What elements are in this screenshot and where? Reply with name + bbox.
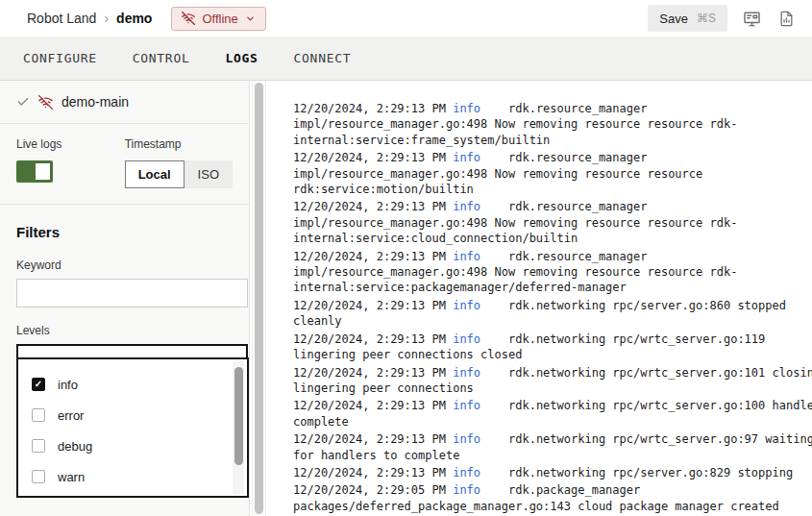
timestamp-label: Timestamp <box>125 137 233 151</box>
tab-control[interactable]: CONTROL <box>133 51 190 65</box>
dropdown-scrollbar-thumb[interactable] <box>234 367 243 465</box>
log-entry: 12/20/2024, 2:29:13 PM info rdk.resource… <box>293 199 812 246</box>
log-list: 12/20/2024, 2:29:13 PM info rdk.resource… <box>293 101 812 516</box>
live-logs-toggle[interactable] <box>16 160 53 183</box>
filters-section: Filters Keyword Levels <box>0 205 248 373</box>
machine-status-dropdown[interactable]: Offline <box>171 7 265 31</box>
filters-title: Filters <box>16 224 248 240</box>
log-scrollbar-thumb[interactable] <box>255 83 263 514</box>
log-entry: 12/20/2024, 2:29:13 PM info rdk.networki… <box>293 365 812 397</box>
log-entry: 12/20/2024, 2:29:13 PM info rdk.resource… <box>293 101 812 148</box>
checkbox-warn[interactable] <box>32 470 45 483</box>
live-logs-label: Live logs <box>16 137 125 151</box>
check-icon <box>16 95 30 109</box>
level-option[interactable]: info <box>32 369 247 400</box>
keyword-label: Keyword <box>16 258 248 272</box>
machine-monitor-button[interactable] <box>741 8 763 30</box>
chevron-down-icon <box>245 13 256 24</box>
save-label: Save <box>659 12 688 26</box>
tab-bar: CONFIGURE CONTROL LOGS CONNECT <box>0 37 812 81</box>
wifi-off-icon <box>38 95 53 110</box>
checkbox-error[interactable] <box>32 408 45 422</box>
logs-page: demo-main Live logs Timestamp Local ISO … <box>0 81 812 516</box>
log-controls: Live logs Timestamp Local ISO <box>0 124 249 205</box>
checkbox-info[interactable] <box>32 378 45 391</box>
machine-part-row[interactable]: demo-main <box>0 81 249 124</box>
save-shortcut: ⌘S <box>697 12 716 25</box>
logs-sidebar: demo-main Live logs Timestamp Local ISO … <box>0 81 250 516</box>
log-entry: 12/20/2024, 2:29:13 PM info rdk.networki… <box>293 431 812 463</box>
log-scrollbar-track[interactable] <box>252 81 266 516</box>
breadcrumb: Robot Land › demo <box>27 11 152 26</box>
timestamp-format-switch: Local ISO <box>125 160 233 188</box>
level-option[interactable]: error <box>32 400 247 430</box>
keyword-input[interactable] <box>16 279 248 307</box>
log-entry: 12/20/2024, 2:29:13 PM info rdk.networki… <box>293 465 812 480</box>
checkbox-debug[interactable] <box>32 439 45 453</box>
tab-logs[interactable]: LOGS <box>225 51 258 65</box>
levels-dropdown-panel: info error debug warn <box>16 357 249 498</box>
top-bar: Robot Land › demo Offline Save ⌘S <box>0 0 812 37</box>
log-entry: 12/20/2024, 2:29:13 PM info rdk.networki… <box>293 332 812 363</box>
file-chart-icon <box>778 10 795 28</box>
timestamp-iso-button[interactable]: ISO <box>185 160 233 188</box>
wifi-off-icon <box>182 12 195 25</box>
monitor-icon <box>743 10 761 28</box>
part-name: demo-main <box>62 94 129 110</box>
log-entry: 12/20/2024, 2:29:13 PM info rdk.networki… <box>293 298 812 330</box>
toggle-knob <box>36 163 50 180</box>
breadcrumb-separator: › <box>104 11 109 26</box>
log-entry: 12/20/2024, 2:29:13 PM info rdk.resource… <box>293 249 812 296</box>
timestamp-local-button[interactable]: Local <box>125 160 185 188</box>
levels-label: Levels <box>16 324 248 337</box>
level-option[interactable]: debug <box>32 430 247 461</box>
level-option-partial <box>32 492 247 498</box>
log-entry: 12/20/2024, 2:29:13 PM info rdk.networki… <box>293 398 812 430</box>
level-option-label: warn <box>58 470 85 484</box>
level-option[interactable]: warn <box>32 461 247 492</box>
log-entry: 12/20/2024, 2:29:05 PM info rdk.package_… <box>293 482 812 516</box>
log-entry: 12/20/2024, 2:29:13 PM info rdk.resource… <box>293 150 812 197</box>
log-report-button[interactable] <box>776 8 797 30</box>
tab-configure[interactable]: CONFIGURE <box>23 51 97 65</box>
level-option-label: debug <box>58 439 92 454</box>
breadcrumb-machine[interactable]: demo <box>116 11 152 26</box>
save-button[interactable]: Save ⌘S <box>648 5 727 32</box>
breadcrumb-org[interactable]: Robot Land <box>27 11 96 26</box>
level-option-label: info <box>58 378 78 392</box>
status-label: Offline <box>202 12 237 26</box>
tab-connect[interactable]: CONNECT <box>294 51 352 65</box>
log-panel: 12/20/2024, 2:29:13 PM info rdk.resource… <box>266 81 812 516</box>
level-option-label: error <box>58 408 84 423</box>
